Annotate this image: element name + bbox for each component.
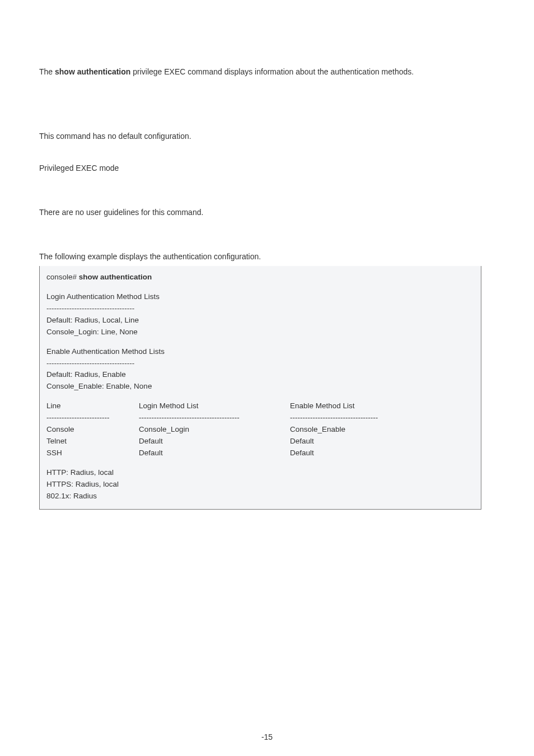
cell-line: Telnet <box>46 436 139 447</box>
page-number: -15 <box>0 732 534 741</box>
dash-col1: ------------------------- <box>46 412 139 424</box>
col-header-line: Line <box>46 400 139 412</box>
console-prompt-line: console# show authentication <box>46 272 474 283</box>
login-console-line: Console_Login: Line, None <box>46 326 474 338</box>
table-row: Telnet Default Default <box>46 436 474 447</box>
cell-line: Console <box>46 424 139 436</box>
tail-http: HTTP: Radius, local <box>46 467 474 479</box>
table-header-row: Line Login Method List Enable Method Lis… <box>46 400 474 412</box>
intro-command: show authentication <box>55 67 130 76</box>
enable-default-line: Default: Radius, Enable <box>46 369 474 381</box>
cell-line: SSH <box>46 447 139 459</box>
table-row: Console Console_Login Console_Enable <box>46 424 474 436</box>
console-output-block: console# show authentication Login Authe… <box>39 266 481 510</box>
login-default-line: Default: Radius, Local, Line <box>46 315 474 326</box>
console-command: show authentication <box>77 273 152 281</box>
dash-col2: ---------------------------------------- <box>139 412 290 424</box>
console-prompt: console# <box>46 273 77 281</box>
command-mode-text: Privileged EXEC mode <box>39 162 495 174</box>
default-config-text: This command has no default configuratio… <box>39 130 495 142</box>
col-header-enable: Enable Method List <box>290 400 474 412</box>
intro-paragraph: The show authentication privilege EXEC c… <box>39 66 495 78</box>
cell-login: Console_Login <box>139 424 290 436</box>
intro-rest: privilege EXEC command displays informat… <box>130 67 414 76</box>
cell-enable: Default <box>290 447 474 459</box>
col-header-login: Login Method List <box>139 400 290 412</box>
example-lead-text: The following example displays the authe… <box>39 251 495 263</box>
cell-enable: Default <box>290 436 474 447</box>
enable-console-line: Console_Enable: Enable, None <box>46 381 474 393</box>
intro-prefix: The <box>39 67 55 76</box>
enable-method-heading: Enable Authentication Method Lists <box>46 346 474 358</box>
cell-login: Default <box>139 447 290 459</box>
cell-enable: Console_Enable <box>290 424 474 436</box>
user-guidelines-text: There are no user guidelines for this co… <box>39 207 495 218</box>
separator-line: ----------------------------------- <box>46 358 474 370</box>
tail-https: HTTPS: Radius, local <box>46 479 474 491</box>
tail-dot1x: 802.1x: Radius <box>46 491 474 502</box>
cell-login: Default <box>139 436 290 447</box>
login-method-heading: Login Authentication Method Lists <box>46 291 474 303</box>
table-row: SSH Default Default <box>46 447 474 459</box>
dash-col3: ----------------------------------- <box>290 412 474 424</box>
separator-line: ----------------------------------- <box>46 303 474 315</box>
table-divider-row: ------------------------- --------------… <box>46 412 474 424</box>
